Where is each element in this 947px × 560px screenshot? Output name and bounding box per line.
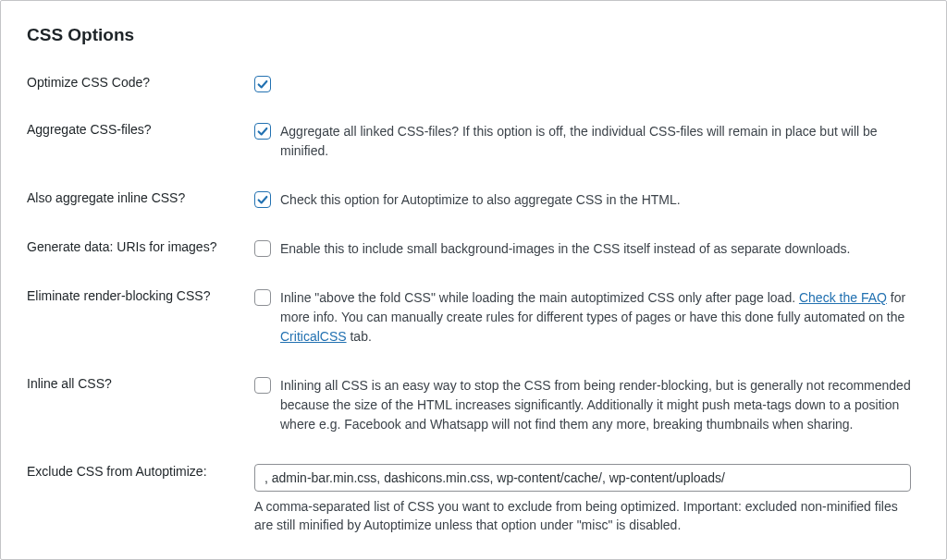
row-data-uri: Generate data: URIs for images? Enable t… (27, 239, 920, 259)
check-icon (256, 125, 269, 138)
row-aggregate-inline: Also aggregate inline CSS? Check this op… (27, 190, 920, 210)
check-icon (256, 193, 269, 206)
checkbox-aggregate-inline[interactable] (254, 191, 271, 208)
row-inline-all: Inline all CSS? Inlining all CSS is an e… (27, 376, 920, 434)
checkbox-inline-all[interactable] (254, 377, 271, 394)
row-eliminate-render-blocking: Eliminate render-blocking CSS? Inline "a… (27, 288, 920, 347)
desc-text: tab. (347, 329, 372, 344)
desc-text: Inline "above the fold CSS" while loadin… (280, 290, 799, 305)
label-inline-all: Inline all CSS? (27, 376, 254, 391)
label-exclude-css: Exclude CSS from Autoptimize: (27, 464, 254, 479)
checkbox-data-uri[interactable] (254, 240, 271, 257)
desc-aggregate-inline: Check this option for Autoptimize to als… (280, 190, 681, 210)
desc-inline-all: Inlining all CSS is an easy way to stop … (280, 376, 911, 434)
label-optimize-css: Optimize CSS Code? (27, 75, 254, 90)
row-exclude-css: Exclude CSS from Autoptimize: A comma-se… (27, 464, 920, 535)
checkbox-optimize-css[interactable] (254, 76, 271, 92)
label-aggregate-css: Aggregate CSS-files? (27, 122, 254, 137)
section-title: CSS Options (27, 25, 920, 45)
row-aggregate-css: Aggregate CSS-files? Aggregate all linke… (27, 122, 920, 161)
css-options-panel: CSS Options Optimize CSS Code? Aggregate… (0, 0, 947, 560)
checkbox-aggregate-css[interactable] (254, 123, 271, 140)
input-exclude-css[interactable] (254, 464, 911, 492)
link-criticalcss[interactable]: CriticalCSS (280, 329, 347, 344)
check-icon (256, 78, 269, 91)
row-optimize-css: Optimize CSS Code? (27, 75, 920, 92)
label-data-uri: Generate data: URIs for images? (27, 239, 254, 254)
checkbox-eliminate-render-blocking[interactable] (254, 289, 271, 306)
help-exclude-css: A comma-separated list of CSS you want t… (254, 497, 911, 535)
desc-aggregate-css: Aggregate all linked CSS-files? If this … (280, 122, 911, 161)
link-check-faq[interactable]: Check the FAQ (799, 290, 887, 305)
desc-data-uri: Enable this to include small background-… (280, 239, 850, 259)
label-eliminate-render-blocking: Eliminate render-blocking CSS? (27, 288, 254, 303)
label-aggregate-inline: Also aggregate inline CSS? (27, 190, 254, 205)
desc-eliminate-render-blocking: Inline "above the fold CSS" while loadin… (280, 288, 911, 347)
